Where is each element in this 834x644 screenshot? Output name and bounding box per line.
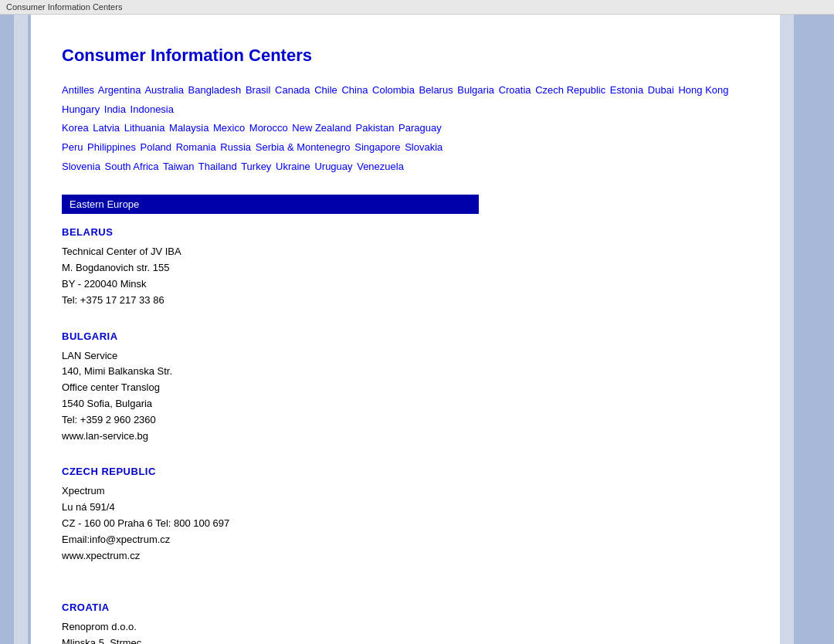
link-slovenia: Slovenia: [62, 161, 102, 172]
title-bar-text: Consumer Information Centers: [6, 2, 122, 12]
country-block-belarus: BELARUS Technical Center of JV IBA M. Bo…: [62, 226, 741, 308]
link-antilles: Antilles: [62, 84, 96, 96]
link-slovakia: Slovakia: [405, 141, 444, 153]
link-czech-republic: Czech Republic: [535, 84, 607, 96]
link-belarus: Belarus: [419, 84, 455, 96]
link-colombia: Colombia: [372, 84, 416, 96]
link-singapore: Singapore: [354, 141, 402, 153]
link-paraguay: Paraguay: [398, 122, 443, 134]
link-philippines: Philippines: [87, 141, 137, 153]
link-india: India: [104, 103, 127, 115]
link-taiwan: Taiwan: [163, 161, 195, 172]
link-indonesia: Indonesia: [131, 103, 175, 115]
title-bar: Consumer Information Centers: [0, 0, 834, 15]
link-bangladesh: Bangladesh: [188, 84, 243, 96]
page-title: Consumer Information Centers: [62, 46, 741, 66]
country-title-belarus: BELARUS: [62, 226, 741, 238]
link-ukraine: Ukraine: [276, 161, 312, 172]
link-lithuania: Lithuania: [124, 122, 167, 134]
country-title-croatia: CROATIA: [62, 602, 741, 613]
link-uruguay: Uruguay: [314, 161, 354, 172]
link-russia: Russia: [220, 141, 253, 153]
link-turkey: Turkey: [241, 161, 273, 172]
link-latvia: Latvia: [93, 122, 121, 134]
link-mexico: Mexico: [213, 122, 246, 134]
link-venezuela: Venezuela: [357, 161, 405, 172]
link-bulgaria: Bulgaria: [457, 84, 496, 96]
country-info-croatia: Renoprom d.o.o. Mlinska 5, Strmec HR - 4…: [62, 619, 741, 644]
link-new-zealand: New Zealand: [292, 122, 353, 134]
country-info-belarus: Technical Center of JV IBA M. Bogdanovic…: [62, 244, 741, 308]
link-dubai: Dubai: [648, 84, 676, 96]
sidebar-left: [0, 15, 31, 644]
link-korea: Korea: [62, 122, 90, 134]
link-croatia: Croatia: [499, 84, 533, 96]
link-china: China: [341, 84, 369, 96]
sidebar-right-outer: [794, 15, 834, 644]
link-morocco: Morocco: [249, 122, 290, 134]
link-malaysia: Malaysia: [169, 122, 210, 134]
country-block-croatia: CROATIA Renoprom d.o.o. Mlinska 5, Strme…: [62, 602, 741, 644]
link-thailand: Thailand: [198, 161, 239, 172]
link-romania: Romania: [176, 141, 218, 153]
sidebar-left-inner: [14, 15, 28, 644]
country-info-czech-republic: Xpectrum Lu ná 591/4 CZ - 160 00 Praha 6…: [62, 483, 741, 580]
link-brasil: Brasil: [246, 84, 273, 96]
country-block-czech-republic: CZECH REPUBLIC Xpectrum Lu ná 591/4 CZ -…: [62, 466, 741, 580]
link-canada: Canada: [275, 84, 312, 96]
sidebar-right: [780, 15, 834, 644]
link-poland: Poland: [141, 141, 173, 153]
sidebar-right-inner: [780, 15, 794, 644]
country-block-bulgaria: BULGARIA LAN Service 140, Mimi Balkanska…: [62, 330, 741, 445]
link-hungary: Hungary: [62, 103, 101, 115]
country-title-czech-republic: CZECH REPUBLIC: [62, 466, 741, 477]
link-pakistan: Pakistan: [356, 122, 396, 134]
link-south-africa: South Africa: [105, 161, 161, 172]
country-info-bulgaria: LAN Service 140, Mimi Balkanska Str. Off…: [62, 348, 741, 445]
link-estonia: Estonia: [610, 84, 645, 96]
section-header: Eastern Europe: [62, 195, 479, 214]
link-argentina: Argentina: [98, 84, 143, 96]
main-content: Consumer Information Centers Antilles Ar…: [31, 15, 780, 644]
link-serbia: Serbia & Montenegro: [256, 141, 352, 153]
link-chile: Chile: [314, 84, 339, 96]
link-peru: Peru: [62, 141, 84, 153]
links-section: Antilles Argentina Australia Bangladesh …: [62, 81, 741, 176]
link-hong-kong: Hong Kong: [678, 84, 730, 96]
link-australia: Australia: [144, 84, 185, 96]
country-title-bulgaria: BULGARIA: [62, 330, 741, 342]
